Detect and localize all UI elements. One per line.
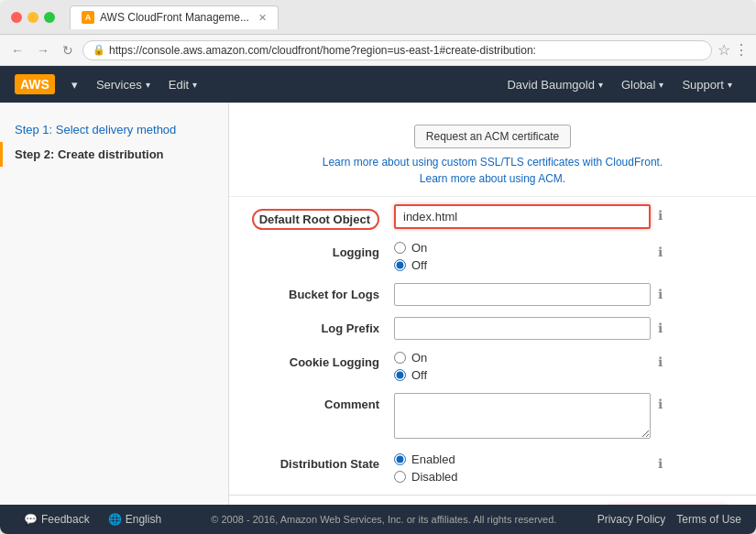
minimize-dot[interactable] <box>27 12 38 23</box>
privacy-link[interactable]: Privacy Policy <box>597 513 666 526</box>
distribution-state-control: Enabled Disabled <box>394 452 651 484</box>
disabled-label[interactable]: Disabled <box>394 470 651 484</box>
bookmark-button[interactable]: ☆ <box>718 41 730 59</box>
maximize-dot[interactable] <box>44 12 55 23</box>
browser-nav: ← → ↻ 🔒 https://console.aws.amazon.com/c… <box>0 35 756 66</box>
distribution-state-info-icon[interactable]: ℹ <box>658 456 663 471</box>
bucket-logs-input[interactable] <box>394 283 651 306</box>
sidebar-step2-label: Step 2: Create distribution <box>15 147 164 161</box>
logging-info-icon[interactable]: ℹ <box>658 245 663 259</box>
logging-on-radio[interactable] <box>394 242 406 254</box>
comment-row: Comment ℹ <box>247 393 738 441</box>
comment-label: Comment <box>247 393 394 411</box>
menu-button[interactable]: ⋮ <box>734 41 749 59</box>
aws-logo: AWS <box>15 74 55 94</box>
acm-area: Request an ACM certificate Learn more ab… <box>229 117 756 197</box>
cookie-logging-control: On Off <box>394 351 651 382</box>
nav-services-label: Services <box>96 78 142 92</box>
logging-control: On Off <box>394 241 651 272</box>
feedback-item[interactable]: 💬 Feedback <box>15 513 99 526</box>
language-icon: 🌐 <box>108 513 122 526</box>
logging-label: Logging <box>247 241 394 259</box>
nav-aws-label: ▾ <box>71 78 78 92</box>
browser-actions: ☆ ⋮ <box>718 41 749 59</box>
logging-off-label[interactable]: Off <box>394 258 651 272</box>
footer-buttons: Cancel Back Create Distribution <box>229 495 756 505</box>
logging-off-text: Off <box>411 258 427 272</box>
log-prefix-info-icon[interactable]: ℹ <box>658 321 663 335</box>
tab-close-icon[interactable]: ✕ <box>258 12 267 24</box>
cookie-on-radio[interactable] <box>394 352 406 364</box>
nav-region-label: Global <box>621 78 656 92</box>
bucket-logs-info-icon[interactable]: ℹ <box>658 287 663 301</box>
content-area: Request an ACM certificate Learn more ab… <box>229 103 756 505</box>
disabled-radio[interactable] <box>394 471 406 483</box>
refresh-button[interactable]: ↻ <box>59 41 77 60</box>
tab-title: AWS CloudFront Manageme... <box>100 11 249 24</box>
nav-user-label: David Baumgold <box>507 78 594 92</box>
enabled-text: Enabled <box>411 452 455 466</box>
default-root-object-label: Default Root Object <box>247 204 394 230</box>
nav-region[interactable]: Global ▾ <box>612 66 674 103</box>
back-button[interactable]: ← <box>7 41 27 60</box>
terms-link[interactable]: Terms of Use <box>676 513 741 526</box>
default-root-object-control <box>394 204 651 229</box>
cookie-off-radio[interactable] <box>394 369 406 381</box>
cookie-logging-info-icon[interactable]: ℹ <box>658 354 663 369</box>
main-layout: Step 1: Select delivery method Step 2: C… <box>0 103 756 505</box>
sidebar-step1[interactable]: Step 1: Select delivery method <box>0 117 228 142</box>
cookie-off-label[interactable]: Off <box>394 368 651 382</box>
distribution-state-row: Distribution State Enabled Disabled <box>247 452 738 484</box>
comment-info-icon[interactable]: ℹ <box>658 397 663 411</box>
logging-on-text: On <box>411 241 427 255</box>
cookie-off-text: Off <box>411 368 427 382</box>
nav-edit[interactable]: Edit ▾ <box>159 66 206 103</box>
close-dot[interactable] <box>11 12 22 23</box>
form-section: Default Root Object ℹ Logging <box>229 204 756 484</box>
cookie-on-label[interactable]: On <box>394 351 651 365</box>
feedback-icon: 💬 <box>24 513 38 526</box>
acm-learn-more-2[interactable]: Learn more about using ACM. <box>247 172 738 185</box>
nav-support-label: Support <box>682 78 724 92</box>
sidebar-step1-label: Step 1: Select delivery method <box>15 123 176 136</box>
browser-frame: A AWS CloudFront Manageme... ✕ ← → ↻ 🔒 h… <box>0 0 756 534</box>
lock-icon: 🔒 <box>93 44 105 56</box>
browser-tab[interactable]: A AWS CloudFront Manageme... ✕ <box>70 5 279 29</box>
address-bar[interactable]: 🔒 https://console.aws.amazon.com/cloudfr… <box>82 40 712 60</box>
nav-region-arrow: ▾ <box>659 80 663 90</box>
log-prefix-control <box>394 317 651 340</box>
browser-titlebar: A AWS CloudFront Manageme... ✕ <box>0 0 756 35</box>
nav-aws-dropdown[interactable]: ▾ <box>62 66 87 103</box>
comment-textarea[interactable] <box>394 393 651 439</box>
enabled-label[interactable]: Enabled <box>394 452 651 466</box>
top-nav: AWS ▾ Services ▾ Edit ▾ David Baumgold ▾… <box>0 66 756 103</box>
window-controls <box>11 12 55 23</box>
address-text: https://console.aws.amazon.com/cloudfron… <box>109 44 536 57</box>
nav-edit-arrow: ▾ <box>192 80 197 90</box>
nav-right: David Baumgold ▾ Global ▾ Support ▾ <box>498 66 741 103</box>
enabled-radio[interactable] <box>394 453 406 465</box>
acm-learn-more-1[interactable]: Learn more about using custom SSL/TLS ce… <box>247 156 738 169</box>
log-prefix-input[interactable] <box>394 317 651 340</box>
nav-support[interactable]: Support ▾ <box>673 66 741 103</box>
distribution-state-label: Distribution State <box>247 452 394 471</box>
language-label: English <box>126 513 161 526</box>
log-prefix-row: Log Prefix ℹ <box>247 317 738 340</box>
language-item[interactable]: 🌐 English <box>99 513 170 526</box>
nav-user[interactable]: David Baumgold ▾ <box>498 66 611 103</box>
acm-cert-button[interactable]: Request an ACM certificate <box>414 125 571 148</box>
forward-button[interactable]: → <box>33 41 53 60</box>
logging-on-label[interactable]: On <box>394 241 651 255</box>
nav-support-arrow: ▾ <box>728 80 732 90</box>
comment-control <box>394 393 651 441</box>
bucket-logs-control <box>394 283 651 306</box>
cookie-on-text: On <box>411 351 427 365</box>
default-root-object-info-icon[interactable]: ℹ <box>658 208 663 223</box>
nav-user-arrow: ▾ <box>598 80 603 90</box>
logging-off-radio[interactable] <box>394 259 406 271</box>
sidebar: Step 1: Select delivery method Step 2: C… <box>0 103 229 505</box>
bottom-bar: 💬 Feedback 🌐 English © 2008 - 2016, Amaz… <box>0 505 756 534</box>
nav-services[interactable]: Services ▾ <box>87 66 159 103</box>
bottom-bar-right: Privacy Policy Terms of Use <box>597 513 741 526</box>
default-root-object-input[interactable] <box>394 204 651 229</box>
